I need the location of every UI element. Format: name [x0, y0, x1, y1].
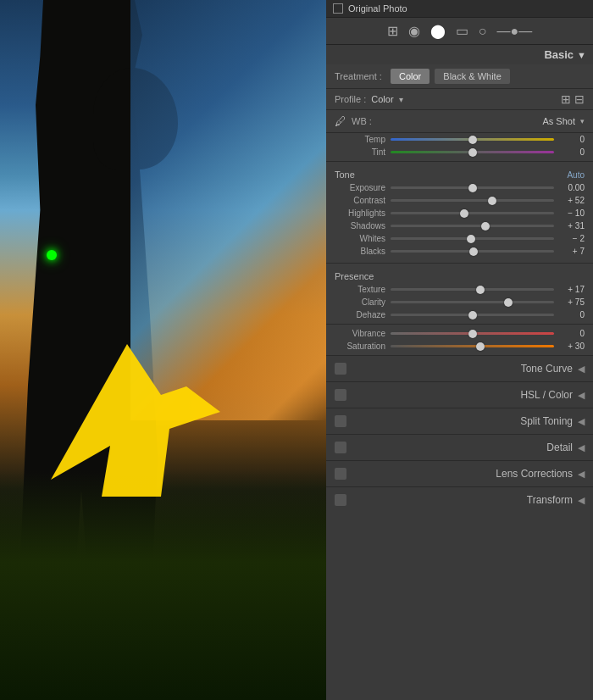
split-toning-label: Split Toning	[353, 415, 573, 427]
whites-label: Whites	[335, 234, 385, 243]
circle-dot-icon[interactable]: ◉	[408, 23, 420, 39]
eyedropper-icon[interactable]: 🖊	[335, 114, 346, 128]
profile-dropdown-arrow[interactable]: ▾	[399, 95, 403, 104]
grid-view-icon[interactable]: ⊞	[561, 92, 571, 106]
circle-icon[interactable]: ○	[479, 24, 487, 39]
bw-treatment-button[interactable]: Black & White	[435, 69, 509, 84]
exposure-track[interactable]	[391, 186, 554, 189]
exposure-value: 0.00	[559, 183, 585, 192]
transform-section[interactable]: Transform ◀	[326, 486, 593, 513]
dehaze-track[interactable]	[391, 314, 554, 316]
saturation-track[interactable]	[391, 345, 554, 347]
tint-thumb[interactable]	[468, 148, 477, 157]
texture-label: Texture	[335, 285, 385, 294]
lens-corrections-arrow: ◀	[578, 469, 585, 480]
profile-row: Profile : Color ▾ ⊞ ⊟	[326, 89, 593, 110]
vibrance-slider-row: Vibrance 0	[326, 327, 593, 340]
original-photo-checkbox[interactable]	[333, 3, 343, 14]
blacks-track[interactable]	[391, 250, 554, 253]
divider-3	[326, 324, 593, 325]
basic-title: Basic	[544, 48, 574, 61]
shadows-thumb[interactable]	[481, 222, 490, 231]
wb-dropdown-arrow[interactable]: ▾	[580, 117, 585, 125]
temp-slider-row: Temp 0	[326, 133, 593, 146]
exposure-label: Exposure	[335, 183, 385, 192]
lens-corrections-label: Lens Corrections	[353, 468, 573, 480]
original-photo-label: Original Photo	[348, 3, 407, 14]
rect-icon[interactable]: ▭	[456, 23, 468, 39]
split-toning-icon	[335, 415, 346, 427]
split-toning-arrow: ◀	[578, 416, 585, 427]
detail-label: Detail	[353, 442, 573, 453]
tint-track[interactable]	[391, 151, 554, 153]
texture-slider-row: Texture + 17	[326, 283, 593, 296]
saturation-thumb[interactable]	[476, 342, 485, 351]
dehaze-thumb[interactable]	[468, 311, 477, 319]
hsl-color-section[interactable]: HSL / Color ◀	[326, 381, 593, 408]
contrast-track[interactable]	[391, 199, 554, 202]
texture-value: + 17	[559, 285, 585, 294]
green-dot-indicator	[47, 250, 57, 260]
header-bar: Original Photo	[326, 0, 593, 18]
lens-corrections-section[interactable]: Lens Corrections ◀	[326, 460, 593, 486]
grid-icon[interactable]: ⊞	[387, 23, 398, 39]
foliage-area	[0, 471, 326, 700]
vibrance-value: 0	[559, 329, 585, 338]
basic-section-header[interactable]: Basic ▼	[326, 45, 593, 64]
shadows-value: + 31	[559, 221, 585, 231]
highlights-thumb[interactable]	[460, 209, 468, 218]
tone-curve-label: Tone Curve	[353, 363, 573, 375]
highlights-track[interactable]	[391, 212, 554, 214]
clarity-slider-row: Clarity + 75	[326, 296, 593, 308]
highlights-value: − 10	[559, 208, 585, 218]
highlights-slider-row: Highlights − 10	[326, 207, 593, 219]
clarity-label: Clarity	[335, 297, 385, 307]
clarity-thumb[interactable]	[504, 298, 513, 307]
tone-curve-arrow: ◀	[578, 364, 585, 375]
profile-label: Profile :	[335, 94, 366, 104]
svg-marker-0	[51, 344, 220, 497]
saturation-value: + 30	[559, 342, 585, 351]
detail-arrow: ◀	[578, 442, 585, 453]
shadows-label: Shadows	[335, 221, 385, 231]
tint-value: 0	[559, 147, 585, 157]
whites-slider-row: Whites − 2	[326, 232, 593, 245]
hsl-label: HSL / Color	[353, 389, 573, 401]
exposure-thumb[interactable]	[468, 184, 477, 192]
vibrance-track[interactable]	[391, 332, 554, 335]
tint-slider-row: Tint 0	[326, 146, 593, 158]
divider-2	[326, 263, 593, 264]
tint-label: Tint	[335, 147, 385, 157]
divider-1	[326, 161, 593, 162]
temp-thumb[interactable]	[468, 136, 477, 144]
color-treatment-button[interactable]: Color	[391, 69, 430, 84]
contrast-thumb[interactable]	[488, 197, 496, 205]
blacks-slider-row: Blacks + 7	[326, 245, 593, 258]
contrast-label: Contrast	[335, 196, 385, 205]
dehaze-label: Dehaze	[335, 310, 385, 319]
texture-track[interactable]	[391, 288, 554, 291]
vibrance-thumb[interactable]	[468, 330, 477, 338]
hsl-arrow: ◀	[578, 390, 585, 401]
shadows-track[interactable]	[391, 225, 554, 227]
slider-icon[interactable]: —●—	[497, 24, 533, 39]
clarity-value: + 75	[559, 297, 585, 307]
whites-track[interactable]	[391, 237, 554, 240]
wb-row: 🖊 WB : As Shot ▾	[326, 110, 593, 133]
filled-circle-icon[interactable]: ⬤	[430, 23, 446, 39]
split-toning-section[interactable]: Split Toning ◀	[326, 408, 593, 434]
transform-icon	[335, 494, 346, 506]
texture-thumb[interactable]	[476, 286, 485, 294]
blacks-thumb[interactable]	[469, 247, 478, 256]
contrast-value: + 52	[559, 196, 585, 205]
auto-button[interactable]: Auto	[567, 169, 585, 180]
wb-label: WB :	[352, 116, 372, 126]
temp-track[interactable]	[391, 138, 554, 141]
clarity-track[interactable]	[391, 301, 554, 303]
list-view-icon[interactable]: ⊟	[574, 92, 585, 106]
detail-section[interactable]: Detail ◀	[326, 434, 593, 460]
tone-curve-icon	[335, 363, 346, 375]
hsl-icon	[335, 389, 346, 401]
tone-curve-section[interactable]: Tone Curve ◀	[326, 355, 593, 381]
whites-thumb[interactable]	[467, 235, 475, 243]
